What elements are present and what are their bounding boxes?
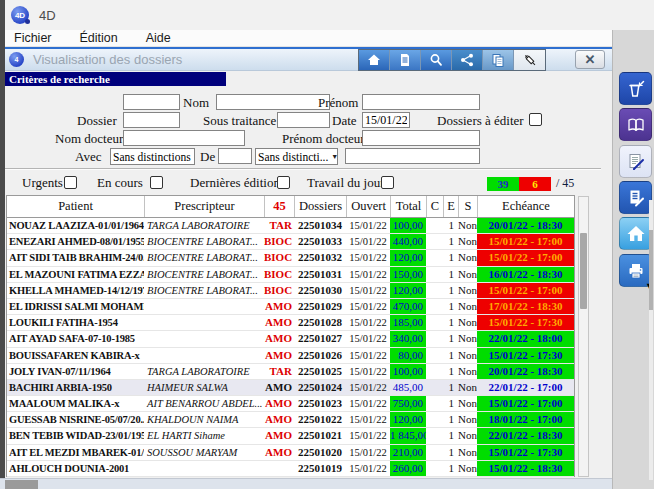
cell-code: AMO — [264, 331, 294, 346]
dossiers-a-editer-checkbox[interactable] — [529, 113, 542, 126]
search-toolbar-button[interactable] — [421, 50, 452, 70]
cell-e: 1 — [443, 348, 458, 363]
en-cours-checkbox[interactable] — [150, 176, 163, 189]
travail-du-jour-checkbox[interactable] — [381, 176, 394, 189]
cell-total: 150,00 — [390, 267, 426, 282]
cell-ouvert: 15/01/22 — [346, 315, 390, 330]
header-ouvert[interactable]: Ouvert — [346, 196, 390, 217]
cell-ouvert: 15/01/22 — [346, 267, 390, 282]
cell-e: 1 — [443, 250, 458, 265]
cell-echeance: 15/01/22 - 17:30 — [477, 445, 574, 460]
cell-dossier: 22501019 — [294, 461, 346, 476]
de-input[interactable] — [218, 148, 252, 164]
outer-vertical-scrollbar[interactable] — [649, 200, 653, 480]
menu-edition[interactable]: Édition — [77, 31, 121, 45]
print-button[interactable]: ▼ — [619, 254, 652, 287]
table-row[interactable]: BEN TEBIB WIDAD-23/01/1958 EL HARTI Siha… — [7, 428, 574, 444]
syringe-toolbar-button[interactable] — [514, 50, 545, 70]
table-row[interactable]: KHELLA MHAMED-14/12/1975 BIOCENTRE LABOR… — [7, 283, 574, 299]
menu-fichier[interactable]: Fichier — [11, 31, 55, 45]
table-row[interactable]: AIT AYAD SAFA-07-10-1985 AMO 22501027 15… — [7, 331, 574, 347]
prenom-docteur-input[interactable] — [362, 130, 480, 146]
home-button[interactable] — [619, 217, 652, 250]
table-row[interactable]: JOLY IVAN-07/11/1964 TARGA LABORATOIRE T… — [7, 364, 574, 380]
cell-patient: GUESSAB NISRINE-05/07/20... — [7, 412, 144, 427]
menu-aide[interactable]: Aide — [143, 31, 174, 45]
table-row[interactable]: AIT EL MEZDI MBAREK-01/0... SOUSSOU MARY… — [7, 445, 574, 461]
dossier-input[interactable] — [123, 112, 180, 128]
vertical-scrollbar-thumb[interactable] — [580, 233, 587, 309]
cell-total: 120,00 — [390, 283, 426, 298]
home-toolbar-button[interactable] — [359, 50, 390, 70]
sous-traitance-input[interactable] — [277, 112, 330, 128]
table-row[interactable]: EL IDRISSI SALMI MOHAME... AMO 22501029 … — [7, 299, 574, 315]
date-input[interactable] — [362, 112, 410, 128]
header-dossiers[interactable]: Dossiers — [294, 196, 346, 217]
travail-du-jour-label: Travail du jour — [307, 175, 385, 191]
urgents-checkbox[interactable] — [64, 176, 77, 189]
table-row[interactable]: AHLOUCH DOUNIA-2001 22501019 15/01/22 26… — [7, 461, 574, 477]
cell-e: 1 — [443, 461, 458, 476]
edit-document-button[interactable] — [619, 145, 652, 178]
document-sign-icon — [626, 188, 646, 208]
cell-s: Non — [458, 461, 477, 476]
close-window-button[interactable]: ✕ — [575, 50, 605, 69]
header-patient[interactable]: Patient — [7, 196, 144, 217]
table-row[interactable]: NOUAZ LAAZIZA-01/01/1964 TARGA LABORATOI… — [7, 218, 574, 234]
cell-patient: AIT AYAD SAFA-07-10-1985 — [7, 331, 144, 346]
window-logo-icon: 4 — [9, 52, 24, 67]
table-row[interactable]: EL MAZOUNI FATIMA EZZA... BIOCENTRE LABO… — [7, 267, 574, 283]
cell-prescripteur — [144, 331, 264, 346]
share-toolbar-button[interactable] — [452, 50, 483, 70]
de-filter-dropdown[interactable]: Sans distincti... ▼ — [255, 148, 338, 165]
book-button[interactable] — [619, 108, 652, 141]
syringe-icon — [522, 52, 538, 68]
cell-prescripteur: TARGA LABORATOIRE — [144, 364, 264, 379]
header-e[interactable]: E — [443, 196, 458, 217]
cell-s: Non — [458, 364, 477, 379]
horizontal-scrollbar[interactable] — [0, 478, 612, 489]
table-row[interactable]: AIT SIDI TAIB BRAHIM-24/0... BIOCENTRE L… — [7, 250, 574, 266]
cell-dossier: 22501032 — [294, 250, 346, 265]
document-toolbar-button[interactable] — [390, 50, 421, 70]
table-row[interactable]: ENEZARI AHMED-08/01/1955 BIOCENTRE LABOR… — [7, 234, 574, 250]
table-row[interactable]: GUESSAB NISRINE-05/07/20... KHALDOUN NAI… — [7, 412, 574, 428]
cell-s: Non — [458, 428, 477, 443]
cell-patient: BACHIRI ARBIA-1950 — [7, 380, 144, 395]
cell-total: 100,00 — [390, 218, 426, 233]
header-prescripteur[interactable]: Prescripteur — [144, 196, 264, 217]
copy-toolbar-button[interactable] — [483, 50, 514, 70]
horizontal-scrollbar-thumb[interactable] — [5, 480, 38, 489]
cell-s: Non — [458, 283, 477, 298]
table-vertical-scrollbar[interactable] — [578, 196, 589, 477]
cell-total: 470,00 — [390, 299, 426, 314]
dernieres-editions-checkbox[interactable] — [277, 176, 290, 189]
document-icon — [397, 52, 413, 68]
cell-total: 485,00 — [390, 380, 426, 395]
outer-scrollbar-thumb[interactable] — [649, 230, 653, 310]
table-row[interactable]: BACHIRI ARBIA-1950 HAIMEUR SALWA AMO 225… — [7, 380, 574, 396]
avec-dropdown[interactable]: Sans distinctions ▼ — [110, 148, 195, 165]
header-total[interactable]: Total — [390, 196, 426, 217]
search-icon — [428, 52, 444, 68]
prenom-input[interactable] — [362, 94, 480, 110]
cell-c — [426, 250, 443, 265]
table-row[interactable]: BOUISSAFAREN KABIRA-x AMO 22501026 15/01… — [7, 348, 574, 364]
table-row[interactable]: LOUKILI FATIHA-1954 AMO 22501028 15/01/2… — [7, 315, 574, 331]
header-echeance[interactable]: Echéance — [477, 196, 574, 217]
table-header: Patient Prescripteur 45 Dossiers Ouvert … — [7, 196, 574, 218]
header-s[interactable]: S — [458, 196, 477, 217]
cell-echeance: 15/01/22 - 17:00 — [477, 250, 574, 265]
table-row[interactable]: MAALOUM MALIKA-x AIT BENARROU ABDEL... A… — [7, 396, 574, 412]
de-label: De — [200, 149, 215, 165]
header-c[interactable]: C — [426, 196, 443, 217]
criteria-field-1[interactable] — [123, 94, 180, 110]
nom-input[interactable] — [216, 94, 330, 110]
cell-code: BIOC — [264, 283, 294, 298]
sous-traitance-label: Sous traitance — [203, 113, 276, 129]
cell-code: AMO — [264, 445, 294, 460]
de-filter-input[interactable] — [345, 148, 480, 164]
nom-docteur-input[interactable] — [123, 130, 245, 146]
document-sign-button[interactable] — [619, 181, 652, 214]
trash-button[interactable] — [619, 72, 652, 105]
